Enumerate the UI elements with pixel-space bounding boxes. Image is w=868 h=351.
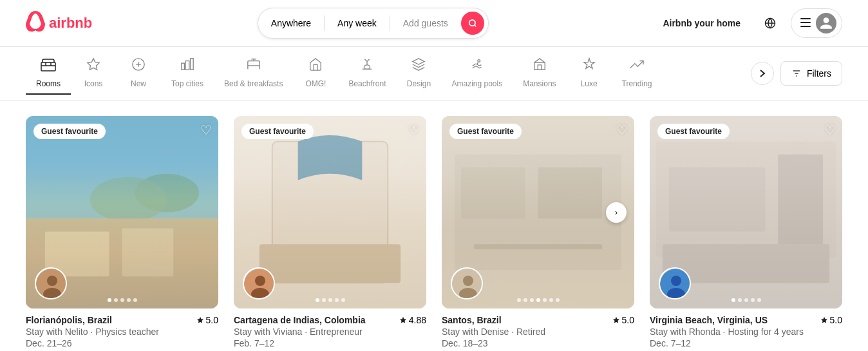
listing-location-3: Santos, Brazil: [442, 315, 502, 325]
category-nav: Rooms Icons New: [0, 47, 868, 100]
listing-card-1[interactable]: Guest favourite ♡ Florianópolis, Brazil: [26, 116, 218, 351]
guest-favourite-badge-1: Guest favourite: [33, 124, 106, 139]
dates-search[interactable]: Any week: [325, 13, 390, 33]
category-nav-next[interactable]: [751, 62, 774, 85]
dot: [731, 298, 735, 302]
svg-rect-52: [778, 155, 823, 245]
category-omg[interactable]: OMG!: [293, 52, 338, 95]
image-dots-3: [517, 298, 560, 302]
category-icons[interactable]: Icons: [71, 52, 116, 95]
svg-point-30: [47, 276, 57, 286]
listing-host-2: Stay with Viviana · Entrepreneur: [234, 327, 426, 337]
category-bed-breakfasts[interactable]: Bed & breakfasts: [214, 52, 293, 95]
listing-card-4[interactable]: Guest favourite ♡ Virginia Beach, Virgin…: [650, 116, 842, 351]
category-design[interactable]: Design: [396, 52, 441, 95]
dot: [322, 298, 326, 302]
listing-rating-1: 5.0: [196, 315, 218, 325]
listing-dates-4: Dec. 7–12: [650, 338, 842, 348]
header-right: Airbnb your home: [654, 8, 842, 38]
category-beachfront[interactable]: Beachfront: [338, 52, 396, 95]
svg-rect-13: [185, 61, 189, 70]
listing-host-4: Stay with Rhonda · Hosting for 4 years: [650, 327, 842, 337]
svg-marker-48: [613, 317, 619, 323]
dot: [341, 298, 345, 302]
listing-rating-2: 4.88: [399, 315, 426, 325]
dot: [108, 298, 111, 302]
listing-image-1: Guest favourite ♡: [26, 116, 218, 308]
wishlist-button-2[interactable]: ♡: [408, 122, 420, 138]
listing-card-2[interactable]: Guest favourite ♡ Cartagena de Indias, C…: [234, 116, 426, 351]
bed-breakfasts-icon: [247, 57, 261, 75]
listing-top-row-2: Cartagena de Indias, Colombia 4.88: [234, 315, 426, 325]
category-amazing-pools[interactable]: Amazing pools: [441, 52, 513, 95]
svg-rect-12: [182, 63, 185, 70]
host-link[interactable]: Airbnb your home: [654, 12, 750, 35]
dot: [549, 298, 553, 302]
wishlist-button-3[interactable]: ♡: [616, 122, 628, 138]
dot: [751, 298, 755, 302]
design-icon: [411, 57, 426, 75]
host-avatar-3: [451, 267, 483, 299]
listing-image-4: Guest favourite ♡: [650, 116, 842, 308]
luxe-icon: [582, 57, 596, 75]
card-next-button-3[interactable]: ›: [606, 202, 627, 223]
guests-search[interactable]: Add guests: [390, 13, 461, 33]
dot: [530, 298, 534, 302]
mansions-icon: [533, 57, 547, 75]
top-cities-icon: [180, 57, 194, 75]
avatar: [816, 13, 836, 33]
wishlist-button-4[interactable]: ♡: [824, 122, 836, 138]
rating-value-1: 5.0: [206, 315, 218, 325]
svg-rect-28: [122, 228, 174, 276]
dot: [536, 298, 540, 302]
airbnb-logo-icon: [26, 11, 45, 36]
wishlist-button-1[interactable]: ♡: [200, 122, 212, 138]
category-new[interactable]: New: [116, 52, 161, 95]
category-mansions[interactable]: Mansions: [513, 52, 566, 95]
listing-info-2: Cartagena de Indias, Colombia 4.88 Stay …: [234, 315, 426, 351]
svg-point-17: [478, 60, 480, 62]
icons-label: Icons: [84, 79, 103, 88]
svg-marker-16: [413, 59, 424, 64]
amazing-pools-label: Amazing pools: [451, 79, 502, 88]
dot: [543, 298, 547, 302]
dot: [133, 298, 137, 302]
logo[interactable]: airbnb: [26, 11, 92, 36]
dot: [114, 298, 118, 302]
dot: [738, 298, 742, 302]
guest-favourite-badge-4: Guest favourite: [657, 124, 730, 139]
globe-button[interactable]: [757, 10, 783, 36]
filters-button[interactable]: Filters: [780, 61, 842, 86]
header: airbnb Anywhere Any week Add guests Airb…: [0, 0, 868, 47]
listing-card-3[interactable]: Guest favourite ♡ › S: [442, 116, 634, 351]
new-icon: [131, 57, 146, 75]
category-rooms[interactable]: Rooms: [26, 52, 71, 95]
svg-point-46: [463, 276, 473, 286]
svg-point-37: [255, 276, 265, 286]
dot: [517, 298, 521, 302]
category-items: Rooms Icons New: [26, 52, 751, 95]
filters-label: Filters: [807, 68, 831, 79]
svg-rect-5: [800, 22, 811, 23]
logo-text: airbnb: [49, 15, 92, 32]
location-search[interactable]: Anywhere: [258, 13, 324, 33]
user-menu[interactable]: [791, 8, 842, 38]
category-top-cities[interactable]: Top cities: [161, 52, 214, 95]
listing-host-1: Stay with Nelito · Physics teacher: [26, 327, 218, 337]
svg-marker-57: [821, 317, 827, 323]
listing-info-4: Virginia Beach, Virginia, US 5.0 Stay wi…: [650, 315, 842, 351]
category-trending[interactable]: Trending: [612, 52, 663, 95]
category-luxe[interactable]: Luxe: [567, 52, 612, 95]
host-avatar-2: [243, 267, 275, 299]
listing-image-2: Guest favourite ♡: [234, 116, 426, 308]
listing-info-1: Florianópolis, Brazil 5.0 Stay with Neli…: [26, 315, 218, 351]
listing-rating-4: 5.0: [820, 315, 842, 325]
omg-label: OMG!: [305, 79, 326, 88]
svg-marker-8: [88, 59, 99, 70]
svg-rect-14: [191, 59, 194, 70]
svg-rect-42: [461, 167, 525, 219]
search-button[interactable]: [461, 12, 484, 35]
image-dots-4: [731, 298, 761, 302]
svg-point-25: [90, 177, 167, 222]
design-label: Design: [407, 79, 431, 88]
